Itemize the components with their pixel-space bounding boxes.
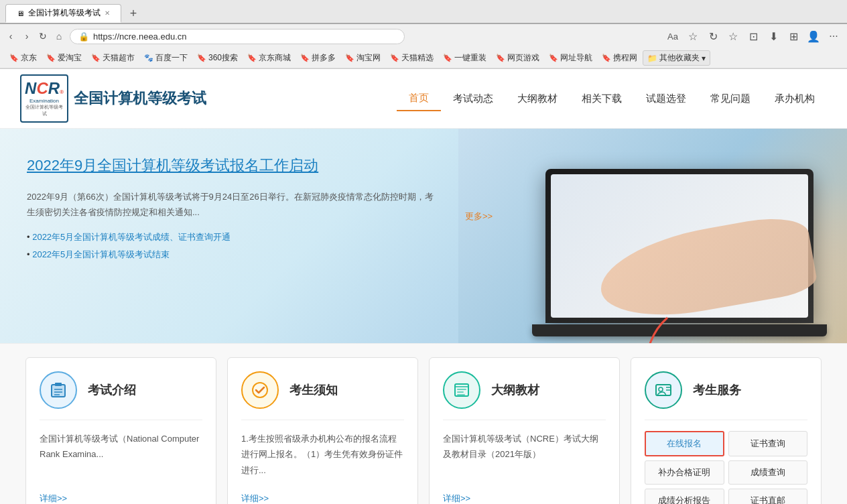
card-exam-service-title: 考生服务	[693, 382, 741, 398]
score-analysis-button[interactable]: 成绩分析报告	[645, 489, 724, 504]
tab-label: 全国计算机等级考试	[28, 7, 101, 19]
nav-item-questions[interactable]: 试题选登	[634, 87, 698, 111]
hero-link-2[interactable]: 2022年5月全国计算机等级考试结束	[27, 249, 439, 261]
new-tab-button[interactable]: +	[124, 4, 143, 23]
nav-item-downloads[interactable]: 相关下载	[570, 87, 634, 111]
card-exam-notice-header: 考生须知	[241, 371, 404, 420]
exam-notice-icon	[241, 371, 279, 409]
book-icon	[452, 381, 471, 399]
bookmark-label: 京东	[21, 52, 37, 64]
service-buttons: 在线报名 证书查询 补办合格证明 成绩查询 成绩分析报告 证书直邮	[645, 431, 807, 504]
checkmark-icon	[251, 381, 269, 399]
bookmark-aitaobao[interactable]: 🔖 爱淘宝	[42, 51, 86, 65]
nav-item-news[interactable]: 考试动态	[441, 87, 505, 111]
bookmark-label: 天猫超市	[103, 52, 135, 64]
forward-button[interactable]: ›	[21, 31, 32, 42]
bookmark-baidu[interactable]: 🐾 百度一下	[140, 51, 192, 65]
bookmark-360[interactable]: 🔖 360搜索	[193, 51, 242, 65]
settings-icon[interactable]: ···	[826, 28, 842, 44]
back-button[interactable]: ‹	[5, 31, 16, 42]
bookmark-icon: 🔖	[602, 54, 611, 62]
bookmark-icon: 🔖	[46, 54, 56, 62]
site-nav: 首页 考试动态 大纲教材 相关下载 试题选登 常见问题 承办机构	[397, 86, 827, 111]
url-text: https://ncre.neea.edu.cn	[93, 32, 186, 42]
extensions-icon[interactable]: ⊞	[785, 28, 801, 44]
certificate-query-button[interactable]: 证书查询	[728, 431, 808, 456]
hero-link-1[interactable]: 2022年5月全国计算机等级考试成绩、证书查询开通	[27, 231, 439, 243]
favorites-icon[interactable]: ☆	[725, 28, 741, 44]
cert-mail-button[interactable]: 证书直邮	[728, 489, 808, 504]
bookmark-tianmaojx[interactable]: 🔖 天猫精选	[386, 51, 438, 65]
hero-content: 2022年9月全国计算机等级考试报名工作启动 2022年9月（第66次）全国计算…	[0, 129, 466, 343]
folder-icon: 📁	[647, 54, 657, 63]
exam-intro-icon	[40, 371, 77, 409]
bookmark-label: 网址导航	[560, 52, 592, 64]
nav-item-organizer[interactable]: 承办机构	[763, 87, 827, 111]
clipboard-icon	[49, 381, 68, 399]
card-exam-material-more[interactable]: 详细>>	[443, 493, 470, 503]
bookmark-label: 百度一下	[155, 52, 188, 64]
browser-refresh-icon[interactable]: ↻	[705, 28, 721, 44]
hero-more-link[interactable]: 更多>>	[465, 210, 493, 223]
nav-item-materials[interactable]: 大纲教材	[505, 87, 570, 111]
hero-image: 更多>>	[458, 129, 847, 343]
read-mode-icon[interactable]: Aa	[665, 28, 681, 44]
nav-item-faq[interactable]: 常见问题	[698, 87, 763, 111]
bookmark-icon: 🔖	[197, 54, 206, 62]
bookmark-pinduoduo[interactable]: 🔖 拼多多	[296, 51, 340, 65]
browser-right-icons: Aa ☆ ↻ ☆ ⊡ ⬇ ⊞ 👤 ···	[665, 28, 842, 44]
nav-item-home[interactable]: 首页	[397, 86, 441, 111]
bookmark-folder-others[interactable]: 📁 其他收藏夹 ▾	[643, 50, 710, 66]
hero-description: 2022年9月（第66次）全国计算机等级考试将于9月24日至26日举行。在新冠肺…	[27, 189, 439, 220]
bookmark-label: 拼多多	[312, 52, 336, 64]
home-button[interactable]: ⌂	[54, 31, 64, 42]
hero-link-1-text[interactable]: 2022年5月全国计算机等级考试成绩、证书查询开通	[32, 232, 231, 242]
bookmark-icon: 🔖	[300, 54, 310, 62]
bookmark-tianmao[interactable]: 🔖 天猫超市	[87, 51, 139, 65]
browser-tab-active[interactable]: 🖥 全国计算机等级考试 ✕	[5, 4, 121, 23]
hero-title[interactable]: 2022年9月全国计算机等级考试报名工作启动	[27, 155, 439, 176]
logo-ncr: NCR®	[25, 80, 64, 97]
hero-link-2-text[interactable]: 2022年5月全国计算机等级考试结束	[32, 249, 170, 259]
card-exam-service: 考生服务 在线报名 证书查询 补办合格证明 成绩查询 成绩分析报告 证书直邮	[631, 357, 822, 504]
tabs-bar: 🖥 全国计算机等级考试 ✕ +	[0, 0, 847, 24]
card-exam-intro-title: 考试介绍	[88, 382, 136, 398]
address-bar[interactable]: 🔒 https://ncre.neea.edu.cn	[70, 29, 405, 44]
site-header: NCR® Examination 全国计算机等级考试 全国计算机等级考试 首页 …	[0, 69, 847, 129]
logo-sub-text: 全国计算机等级考试	[24, 104, 64, 117]
collections-icon[interactable]: ⊡	[745, 28, 761, 44]
replacement-cert-button[interactable]: 补办合格证明	[645, 460, 724, 485]
lock-icon: 🔒	[78, 32, 89, 42]
person-card-icon	[654, 381, 673, 399]
profile-icon[interactable]: 👤	[805, 28, 822, 44]
card-exam-intro-more[interactable]: 详细>>	[40, 493, 67, 503]
svg-rect-12	[457, 394, 465, 395]
refresh-button[interactable]: ↻	[38, 31, 48, 42]
logo-exam-text: Examination	[29, 98, 59, 104]
bookmark-taobao[interactable]: 🔖 淘宝网	[341, 51, 385, 65]
online-registration-button[interactable]: 在线报名	[645, 431, 724, 456]
folder-label: 其他收藏夹	[659, 52, 700, 64]
card-exam-service-header: 考生服务	[645, 371, 807, 420]
card-exam-material-footer: 详细>>	[443, 493, 606, 504]
card-exam-intro: 考试介绍 全国计算机等级考试（National Computer Rank Ex…	[25, 357, 216, 504]
bookmark-label: 网页游戏	[507, 52, 539, 64]
svg-rect-10	[457, 389, 466, 390]
bookmark-label: 360搜索	[208, 52, 238, 64]
site-title: 全国计算机等级考试	[74, 88, 206, 109]
bookmark-webgame[interactable]: 🔖 网页游戏	[492, 51, 543, 65]
bookmark-icon: 🔖	[9, 54, 19, 62]
bookmark-nav[interactable]: 🔖 网址导航	[545, 51, 596, 65]
score-query-button[interactable]: 成绩查询	[728, 460, 808, 485]
download-icon[interactable]: ⬇	[765, 28, 781, 44]
card-exam-notice-more[interactable]: 详细>>	[241, 493, 269, 503]
card-exam-intro-footer: 详细>>	[40, 493, 202, 504]
bookmark-ctrip[interactable]: 🔖 携程网	[598, 51, 641, 65]
bookmark-jingdong[interactable]: 🔖 京东	[5, 51, 41, 65]
bookmark-reinstall[interactable]: 🔖 一键重装	[439, 51, 491, 65]
immersive-reader-icon[interactable]: ☆	[685, 28, 701, 44]
bookmark-icon: 🔖	[549, 54, 558, 62]
tab-close-button[interactable]: ✕	[105, 9, 110, 17]
bookmark-icon: 🔖	[91, 54, 101, 62]
bookmark-jd-mall[interactable]: 🔖 京东商城	[243, 51, 295, 65]
